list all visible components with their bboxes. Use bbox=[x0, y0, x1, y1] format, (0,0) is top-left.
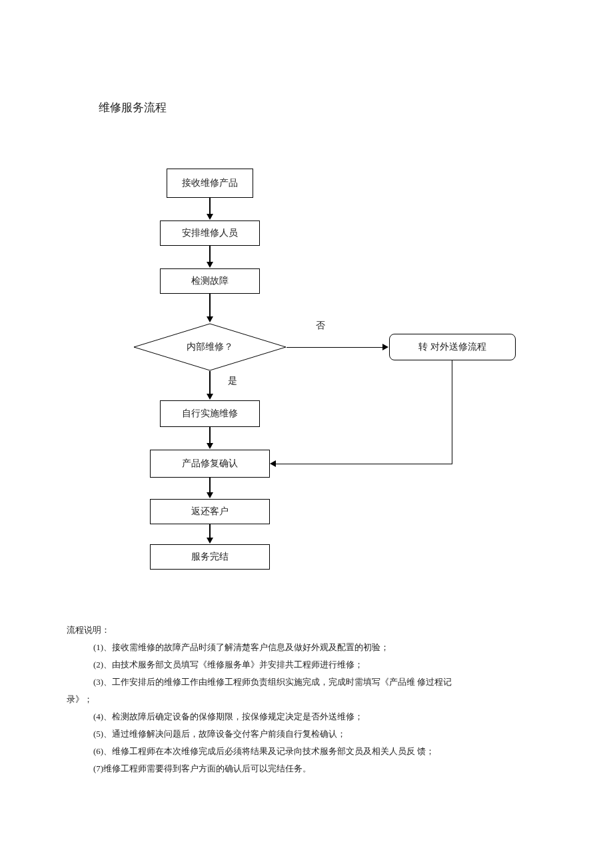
connector bbox=[276, 464, 452, 464]
arrow-head bbox=[207, 492, 213, 498]
notes-item: (6)、维修工程师在本次维修完成后必须将结果及记录向技术服务部文员及相关人员反 … bbox=[93, 743, 546, 760]
notes-item-cont: 录》； bbox=[67, 691, 546, 708]
node-external-repair: 转 对外送修流程 bbox=[389, 334, 516, 360]
arrow-head bbox=[207, 214, 213, 220]
arrow bbox=[209, 524, 211, 539]
notes-item: (2)、由技术服务部文员填写《维修服务单》并安排共工程师进行维修； bbox=[93, 656, 546, 673]
notes-item: (3)、工作安排后的维修工作由维修工程师负责组织实施完成，完成时需填写《产品维 … bbox=[93, 673, 546, 691]
node-confirm-repair: 产品修复确认 bbox=[150, 450, 270, 478]
flowchart: 接收维修产品 安排维修人员 检测故障 内部维修？ 否 转 对外送 bbox=[100, 169, 566, 602]
notes-item: (7)维修工程师需要得到客户方面的确认后可以完结任务。 bbox=[93, 760, 546, 777]
arrow bbox=[209, 478, 211, 494]
node-receive-product: 接收维修产品 bbox=[167, 169, 253, 198]
arrow bbox=[209, 198, 211, 215]
arrow-head bbox=[207, 262, 213, 268]
node-label: 安排维修人员 bbox=[182, 227, 238, 239]
connector bbox=[287, 347, 384, 348]
arrow-head bbox=[207, 316, 213, 322]
node-detect-fault: 检测故障 bbox=[160, 268, 260, 294]
process-notes: 流程说明： (1)、接收需维修的故障产品时须了解清楚客户信息及做好外观及配置的初… bbox=[67, 622, 546, 777]
page-title: 维修服务流程 bbox=[99, 100, 546, 115]
arrow-head bbox=[207, 538, 213, 544]
arrow-head bbox=[270, 460, 276, 467]
node-label: 自行实施维修 bbox=[182, 408, 238, 420]
arrow-head bbox=[207, 394, 213, 400]
node-label: 返还客户 bbox=[191, 506, 229, 518]
node-decision-internal: 内部维修？ bbox=[133, 323, 287, 371]
node-label: 产品修复确认 bbox=[182, 458, 238, 470]
edge-label-yes: 是 bbox=[228, 375, 237, 387]
node-label: 内部维修？ bbox=[187, 341, 233, 353]
node-label: 转 对外送修流程 bbox=[418, 341, 486, 353]
node-service-complete: 服务完结 bbox=[150, 544, 270, 570]
node-return-customer: 返还客户 bbox=[150, 499, 270, 524]
notes-item: (1)、接收需维修的故障产品时须了解清楚客户信息及做好外观及配置的初验； bbox=[93, 639, 546, 656]
arrow-head bbox=[382, 344, 388, 350]
arrow bbox=[209, 294, 211, 318]
node-label: 服务完结 bbox=[191, 551, 229, 563]
connector bbox=[452, 360, 452, 464]
node-label: 接收维修产品 bbox=[182, 177, 238, 189]
arrow bbox=[209, 427, 211, 444]
notes-item: (5)、通过维修解决问题后，故障设备交付客户前须自行复检确认； bbox=[93, 725, 546, 743]
arrow-head bbox=[207, 443, 213, 449]
edge-label-no: 否 bbox=[316, 320, 325, 332]
arrow bbox=[209, 371, 211, 395]
notes-item: (4)、检测故障后确定设备的保修期限，按保修规定决定是否外送维修； bbox=[93, 708, 546, 725]
node-self-repair: 自行实施维修 bbox=[160, 400, 260, 427]
arrow bbox=[209, 246, 211, 263]
node-assign-staff: 安排维修人员 bbox=[160, 220, 260, 246]
notes-heading: 流程说明： bbox=[67, 622, 546, 639]
node-label: 检测故障 bbox=[191, 275, 229, 287]
